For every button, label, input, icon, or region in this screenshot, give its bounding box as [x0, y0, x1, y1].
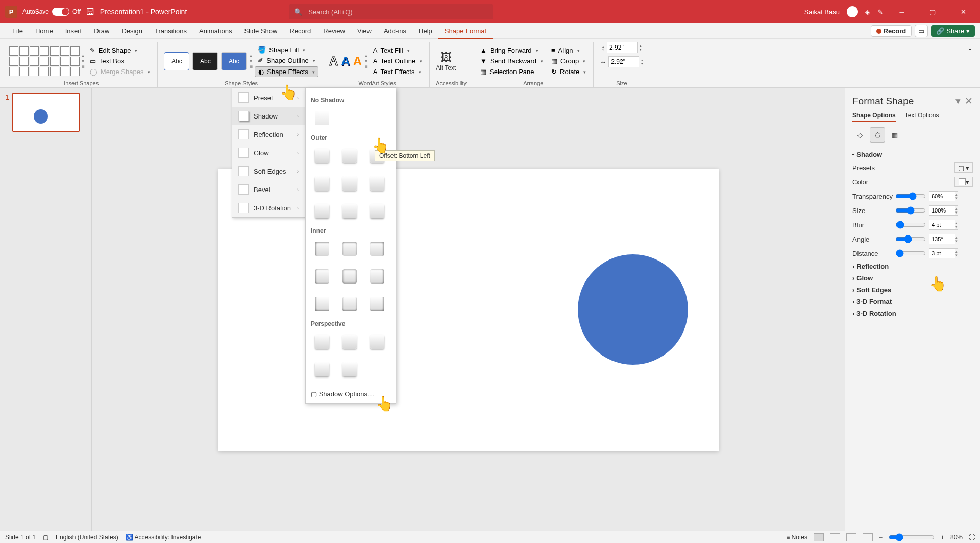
save-icon[interactable]: 🖫: [86, 7, 95, 17]
shadow-persp-5[interactable]: [338, 358, 361, 381]
shadow-inner-2[interactable]: [338, 238, 361, 260]
maximize-button[interactable]: ▢: [921, 0, 944, 23]
fx-3d-rotation[interactable]: 3-D Rotation›: [232, 199, 305, 217]
align-button[interactable]: ≡ Align▾: [548, 45, 589, 55]
shape-circle[interactable]: [578, 254, 688, 365]
height-spinner[interactable]: ▴▾: [640, 44, 642, 51]
share-button[interactable]: 🔗 Share ▾: [931, 25, 975, 37]
record-button[interactable]: Record: [871, 25, 912, 37]
tab-record[interactable]: Record: [283, 23, 317, 39]
wordart-style-2[interactable]: A: [341, 54, 350, 68]
fx-soft-edges[interactable]: Soft Edges›: [232, 162, 305, 180]
zoom-in-button[interactable]: +: [941, 534, 944, 541]
blur-spinner[interactable]: ▴▾: [955, 220, 958, 230]
tab-review[interactable]: Review: [317, 23, 351, 39]
tab-shape-format[interactable]: Shape Format: [438, 23, 493, 39]
tab-insert[interactable]: Insert: [59, 23, 88, 39]
zoom-out-button[interactable]: −: [879, 534, 883, 541]
shadow-inner-6[interactable]: [366, 265, 388, 288]
tab-view[interactable]: View: [351, 23, 378, 39]
spell-check-icon[interactable]: ▢: [43, 534, 48, 541]
bring-forward-button[interactable]: ▲ Bring Forward ▾: [477, 45, 546, 55]
shadow-outer-1[interactable]: [311, 145, 333, 167]
wordart-style-1[interactable]: A: [329, 54, 338, 68]
sorter-view-button[interactable]: [830, 533, 840, 541]
shadow-outer-6[interactable]: [366, 172, 388, 195]
tab-draw[interactable]: Draw: [88, 23, 115, 39]
shadow-color-picker[interactable]: ▾: [954, 177, 973, 187]
width-input-row[interactable]: ↔ ▴▾: [600, 56, 643, 67]
shape-options-tab[interactable]: Shape Options: [852, 112, 896, 122]
tab-help[interactable]: Help: [412, 23, 438, 39]
tab-addins[interactable]: Add-ins: [378, 23, 412, 39]
transparency-spinner[interactable]: ▴▾: [955, 191, 958, 201]
fx-shadow[interactable]: Shadow›: [232, 107, 305, 125]
shadow-inner-7[interactable]: [311, 293, 333, 315]
fx-reflection[interactable]: Reflection›: [232, 125, 305, 144]
tab-animations[interactable]: Animations: [193, 23, 238, 39]
send-backward-button[interactable]: ▼ Send Backward ▾: [477, 56, 546, 66]
text-box-button[interactable]: ▭ Text Box: [87, 56, 154, 66]
bell-icon[interactable]: ✎: [877, 8, 883, 16]
angle-slider[interactable]: [895, 235, 926, 243]
shadow-options-link[interactable]: ▢ Shadow Options…: [311, 386, 390, 398]
language-indicator[interactable]: English (United States): [56, 534, 118, 541]
distance-spinner[interactable]: ▴▾: [955, 248, 958, 258]
minimize-button[interactable]: ─: [890, 0, 914, 23]
notes-toggle[interactable]: ≡ Notes: [786, 534, 807, 541]
edit-shape-button[interactable]: ✎ Edit Shape▾: [87, 45, 154, 55]
height-input-row[interactable]: ↕ ▴▾: [602, 42, 642, 53]
zoom-level[interactable]: 80%: [950, 534, 963, 541]
selection-pane-button[interactable]: ▦ Selection Pane: [477, 67, 546, 77]
soft-edges-section[interactable]: Soft Edges: [852, 286, 973, 294]
shape-outline-button[interactable]: ✐ Shape Outline▾: [255, 56, 318, 65]
text-outline-button[interactable]: A Text Outline▾: [370, 56, 425, 66]
3d-format-section[interactable]: 3-D Format: [852, 298, 973, 305]
shadow-outer-2[interactable]: [338, 145, 361, 167]
group-button[interactable]: ▦ Group▾: [548, 56, 589, 66]
blur-value[interactable]: [929, 220, 955, 230]
shadow-persp-4[interactable]: [311, 358, 333, 381]
glow-section[interactable]: Glow: [852, 274, 973, 282]
tab-design[interactable]: Design: [116, 23, 149, 39]
shadow-inner-9[interactable]: [366, 293, 388, 315]
3d-rotation-section[interactable]: 3-D Rotation: [852, 310, 973, 317]
tab-file[interactable]: File: [6, 23, 29, 39]
wordart-gallery[interactable]: A A A ▴▾≡: [329, 53, 368, 69]
slideshow-view-button[interactable]: [863, 533, 873, 541]
shadow-section[interactable]: Shadow: [852, 151, 973, 158]
height-input[interactable]: [607, 42, 638, 53]
slide-thumbnail-pane[interactable]: 1: [0, 88, 92, 531]
shadow-size-slider[interactable]: [895, 206, 926, 215]
distance-value[interactable]: [929, 248, 955, 258]
close-button[interactable]: ✕: [951, 0, 975, 23]
shadow-inner-4[interactable]: [311, 265, 333, 288]
text-effects-button[interactable]: A Text Effects▾: [370, 67, 425, 77]
width-input[interactable]: [608, 56, 639, 67]
autosave-toggle[interactable]: AutoSave Off: [22, 8, 81, 16]
tab-home[interactable]: Home: [29, 23, 59, 39]
pane-options-icon[interactable]: ▾: [955, 95, 961, 107]
shape-effects-button[interactable]: ◐ Shape Effects▾: [255, 66, 318, 77]
shadow-inner-3[interactable]: [366, 238, 388, 260]
width-spinner[interactable]: ▴▾: [641, 58, 643, 65]
shadow-persp-3[interactable]: [366, 330, 388, 353]
pane-close-icon[interactable]: ✕: [965, 95, 973, 107]
fit-to-window-button[interactable]: ⛶: [969, 534, 975, 541]
fill-line-icon[interactable]: ◇: [852, 127, 868, 143]
diamond-icon[interactable]: ◈: [865, 8, 870, 16]
reading-view-button[interactable]: [846, 533, 856, 541]
blur-slider[interactable]: [895, 221, 926, 229]
text-options-tab[interactable]: Text Options: [905, 112, 939, 122]
fx-glow[interactable]: Glow›: [232, 144, 305, 162]
shadow-outer-7[interactable]: [311, 200, 333, 222]
text-fill-button[interactable]: A Text Fill▾: [370, 45, 425, 55]
shape-fill-button[interactable]: 🪣 Shape Fill▾: [255, 45, 318, 55]
size-props-icon[interactable]: ▦: [887, 127, 902, 143]
shapes-gallery[interactable]: [9, 46, 80, 76]
fx-bevel[interactable]: Bevel›: [232, 180, 305, 199]
presets-picker[interactable]: ▢ ▾: [954, 162, 973, 173]
transparency-value[interactable]: [929, 191, 955, 201]
shadow-size-spinner[interactable]: ▴▾: [955, 205, 958, 216]
avatar[interactable]: [847, 6, 858, 17]
